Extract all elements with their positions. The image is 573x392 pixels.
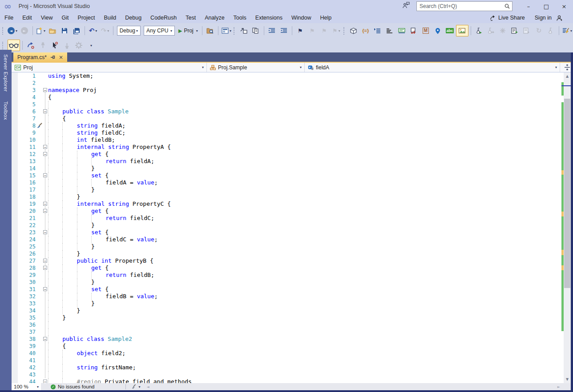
code-line[interactable]: 16fieldA = value; [12, 179, 561, 186]
code-line[interactable]: 8string fieldA; [12, 122, 561, 129]
code-line[interactable]: 2 [12, 80, 561, 87]
code-line[interactable]: 35} [12, 314, 561, 321]
type-dropdown[interactable]: Proj.Sample ▾ [207, 63, 305, 72]
code-line[interactable]: 37 [12, 328, 561, 336]
menu-item-analyze[interactable]: Analyze [200, 13, 229, 23]
code-line[interactable]: 3−namespace Proj [12, 87, 561, 94]
code-line[interactable]: 7{ [12, 115, 561, 122]
code-line[interactable]: 28−get { [12, 264, 561, 272]
toolbar-grip[interactable] [234, 27, 236, 35]
toggle-bookmark-button[interactable]: ⚑ [295, 25, 306, 36]
code-line[interactable]: 13return fieldA; [12, 158, 561, 165]
code-cleanup-status-button[interactable]: ▾ [130, 384, 140, 389]
preview-window-button[interactable]: ▾ [221, 25, 232, 36]
code-line[interactable]: 19−internal string PropertyC { [12, 200, 561, 208]
minimize-button[interactable]: – [520, 0, 537, 12]
code-cleanup-button[interactable]: ▾ [561, 25, 573, 36]
search-box[interactable] [416, 1, 512, 11]
fold-toggle[interactable]: − [43, 202, 47, 206]
fold-toggle[interactable]: − [43, 380, 47, 383]
code-line[interactable]: 18} [12, 193, 561, 200]
toolbar-grip[interactable] [343, 27, 346, 35]
code-line[interactable]: 43 [12, 371, 561, 378]
menu-item-build[interactable]: Build [99, 13, 121, 23]
live-share-button[interactable]: Live Share [490, 15, 529, 21]
menu-item-extensions[interactable]: Extensions [251, 13, 287, 23]
previous-bookmark-button[interactable]: ⚑ [307, 25, 318, 36]
debug-tests-button[interactable] [485, 25, 496, 36]
sort-members-button[interactable] [384, 25, 395, 36]
solution-configurations-combo[interactable]: Debug▾ [117, 26, 141, 36]
toolbar-overflow-button[interactable]: ▾ [85, 40, 97, 51]
code-editor[interactable]: 1using System;23−namespace Proj4{56−publ… [12, 72, 571, 383]
side-tab-server-explorer[interactable]: Server Explorer [3, 54, 8, 92]
code-line[interactable]: 10int fieldB; [12, 136, 561, 144]
code-line[interactable]: 31−set { [12, 286, 561, 293]
run-all-tests-button[interactable] [509, 25, 521, 36]
project-dropdown[interactable]: C# Proj ▾ [12, 63, 207, 72]
fold-toggle[interactable]: − [43, 266, 47, 270]
fold-toggle[interactable]: − [43, 88, 47, 92]
member-explorer-button[interactable] [348, 25, 359, 36]
export-settings-button[interactable] [408, 25, 420, 36]
code-line[interactable]: 38−public class Sample2 [12, 336, 561, 343]
code-line[interactable]: 12−get { [12, 151, 561, 158]
code-line[interactable]: 34} [12, 307, 561, 314]
undo-button[interactable]: ↶▾ [87, 25, 99, 36]
code-line[interactable]: 42string firstName; [12, 364, 561, 371]
code-line[interactable]: 21return fieldC; [12, 215, 561, 222]
fold-toggle[interactable]: − [43, 209, 47, 213]
repeat-tests-button[interactable] [521, 25, 533, 36]
code-line[interactable]: 1using System; [12, 72, 561, 80]
code-line[interactable]: 32fieldB = value; [12, 293, 561, 300]
clear-bookmarks-button[interactable]: ⚑▾ [331, 25, 342, 36]
menu-item-view[interactable]: View [36, 13, 57, 23]
run-tests-button[interactable] [473, 25, 484, 36]
sign-in-button[interactable]: Sign in [533, 15, 563, 21]
next-bookmark-button[interactable]: ⚑ [319, 25, 330, 36]
close-button[interactable]: × [555, 0, 573, 12]
menu-item-git[interactable]: Git [57, 13, 73, 23]
code-line[interactable]: 33} [12, 300, 561, 307]
jump-to-button[interactable] [25, 40, 36, 51]
code-line[interactable]: 44−#region Private field and methods [12, 378, 561, 383]
code-line[interactable]: 15−set { [12, 172, 561, 179]
fold-toggle[interactable]: − [43, 287, 47, 291]
cancel-tests-button[interactable] [497, 25, 508, 36]
fold-toggle[interactable]: − [43, 230, 47, 234]
code-line[interactable]: 14} [12, 165, 561, 172]
feedback-icon[interactable] [402, 2, 410, 11]
pin-icon[interactable] [50, 55, 55, 60]
fold-toggle[interactable]: − [43, 145, 47, 149]
code-line[interactable]: 24fieldC = value; [12, 236, 561, 243]
fold-toggle[interactable]: − [43, 109, 47, 113]
save-button[interactable] [59, 25, 70, 36]
search-input[interactable] [417, 3, 504, 9]
code-line[interactable]: 29return fieldB; [12, 272, 561, 279]
navigate-forward-button[interactable]: ► [19, 25, 30, 36]
markdown-button[interactable]: M [420, 25, 432, 36]
hscroll-right-arrow[interactable]: ► [555, 385, 563, 389]
menu-item-test[interactable]: Test [181, 13, 200, 23]
code-line[interactable]: 11−internal string PropertyA { [12, 144, 561, 151]
menu-item-edit[interactable]: Edit [18, 13, 36, 23]
rich-comments-button[interactable] [456, 25, 468, 36]
code-line[interactable]: 27−public int PropertyB { [12, 257, 561, 264]
vertical-scrollbar[interactable]: ▲ ▼ [564, 72, 571, 383]
side-tab-toolbox[interactable]: Toolbox [3, 101, 8, 120]
code-line[interactable]: 22} [12, 222, 561, 229]
hscroll-left-arrow[interactable]: ◄ [144, 385, 152, 389]
menu-item-coderush[interactable]: CodeRush [146, 13, 181, 23]
code-line[interactable]: 41 [12, 357, 561, 364]
code-line[interactable]: 20−get { [12, 208, 561, 215]
code-line[interactable]: 25} [12, 243, 561, 250]
maximize-button[interactable]: □ [537, 0, 555, 12]
decrease-indent-button[interactable] [266, 25, 278, 36]
zoom-dropdown[interactable]: 100 %▾ [12, 383, 41, 390]
code-line[interactable]: 30} [12, 279, 561, 286]
code-line[interactable]: 6−public class Sample [12, 108, 561, 115]
toolbar-grip[interactable] [2, 27, 4, 35]
code-line[interactable]: 5 [12, 101, 561, 108]
scroll-up-arrow[interactable]: ▲ [564, 72, 571, 80]
scroll-down-arrow[interactable]: ▼ [564, 376, 571, 383]
